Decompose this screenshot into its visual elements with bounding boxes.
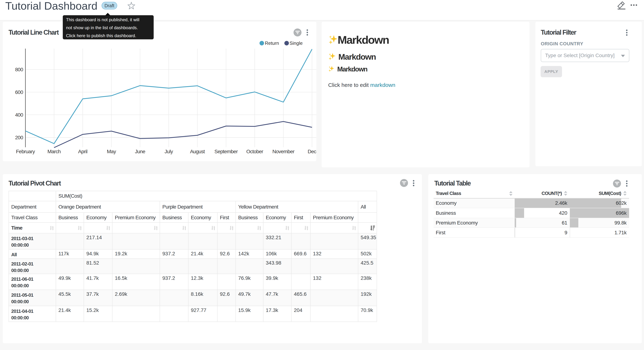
- svg-text:August: August: [190, 149, 205, 154]
- svg-text:December: December: [308, 149, 316, 154]
- svg-text:February: February: [16, 149, 35, 154]
- svg-text:March: March: [48, 149, 61, 154]
- svg-text:200: 200: [15, 135, 23, 140]
- svg-text:July: July: [164, 149, 173, 154]
- svg-text:Return: Return: [265, 40, 279, 46]
- svg-text:October: October: [246, 149, 263, 154]
- svg-text:Single: Single: [290, 40, 302, 46]
- svg-text:800: 800: [15, 67, 23, 72]
- svg-text:400: 400: [15, 112, 23, 118]
- svg-text:600: 600: [15, 90, 23, 95]
- svg-text:April: April: [78, 149, 87, 154]
- svg-text:May: May: [107, 149, 116, 154]
- svg-text:September: September: [214, 149, 238, 154]
- svg-text:June: June: [135, 149, 145, 154]
- svg-text:November: November: [272, 149, 294, 154]
